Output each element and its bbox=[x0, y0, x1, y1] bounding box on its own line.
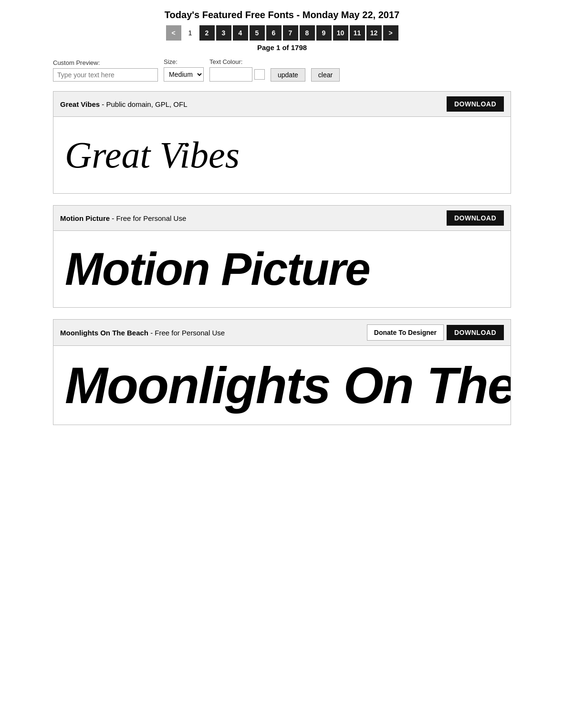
page-5-button[interactable]: 5 bbox=[250, 25, 265, 41]
size-group: Size: Medium Small Large bbox=[164, 58, 204, 82]
font-card-motion-picture: Motion Picture - Free for Personal Use D… bbox=[53, 205, 511, 308]
page-3-button[interactable]: 3 bbox=[216, 25, 231, 41]
font-card-header-great-vibes: Great Vibes - Public domain, GPL, OFL DO… bbox=[53, 92, 511, 117]
custom-preview-input[interactable] bbox=[53, 68, 158, 82]
font-title-motion-picture: Motion Picture - Free for Personal Use bbox=[60, 214, 186, 222]
font-title-moonlights: Moonlights On The Beach - Free for Perso… bbox=[60, 329, 225, 337]
page-2-button[interactable]: 2 bbox=[199, 25, 215, 41]
size-select[interactable]: Medium Small Large bbox=[164, 67, 204, 82]
font-name-motion-picture: Motion Picture bbox=[60, 214, 110, 222]
clear-button[interactable]: clear bbox=[311, 68, 340, 82]
color-swatch[interactable] bbox=[254, 69, 265, 80]
page-4-button[interactable]: 4 bbox=[233, 25, 248, 41]
prev-page-button[interactable]: < bbox=[166, 25, 181, 41]
next-page-button[interactable]: > bbox=[383, 25, 398, 41]
donate-button-moonlights[interactable]: Donate To Designer bbox=[367, 324, 444, 341]
font-card-great-vibes: Great Vibes - Public domain, GPL, OFL DO… bbox=[53, 91, 511, 194]
font-card-header-motion-picture: Motion Picture - Free for Personal Use D… bbox=[53, 206, 511, 231]
font-preview-great-vibes: Great Vibes bbox=[53, 117, 511, 193]
font-name-moonlights: Moonlights On The Beach bbox=[60, 329, 148, 337]
page-6-button[interactable]: 6 bbox=[266, 25, 282, 41]
font-actions-motion-picture: DOWNLOAD bbox=[447, 210, 504, 226]
size-label: Size: bbox=[164, 58, 204, 65]
page-info: Page 1 of 1798 bbox=[53, 43, 511, 52]
font-license-moonlights: - Free for Personal Use bbox=[150, 329, 225, 337]
text-colour-group: Text Colour: bbox=[209, 58, 265, 82]
font-license-motion-picture: - Free for Personal Use bbox=[112, 214, 186, 222]
font-actions-moonlights: Donate To Designer DOWNLOAD bbox=[367, 324, 504, 341]
page-9-button[interactable]: 9 bbox=[316, 25, 332, 41]
font-card-moonlights: Moonlights On The Beach - Free for Perso… bbox=[53, 319, 511, 425]
page-11-button[interactable]: 11 bbox=[350, 25, 365, 41]
color-text-input[interactable] bbox=[209, 67, 252, 82]
font-preview-text-motion-picture: Motion Picture bbox=[65, 243, 370, 295]
font-preview-text-great-vibes: Great Vibes bbox=[65, 134, 240, 177]
page-title: Today's Featured Free Fonts - Monday May… bbox=[53, 10, 511, 21]
controls-bar: Custom Preview: Size: Medium Small Large… bbox=[53, 58, 511, 82]
download-button-moonlights[interactable]: DOWNLOAD bbox=[447, 325, 504, 340]
download-button-great-vibes[interactable]: DOWNLOAD bbox=[447, 96, 504, 112]
font-card-header-moonlights: Moonlights On The Beach - Free for Perso… bbox=[53, 320, 511, 346]
pagination: < 1 2 3 4 5 6 7 8 9 10 11 12 > bbox=[53, 25, 511, 41]
page-1: 1 bbox=[183, 25, 198, 41]
custom-preview-group: Custom Preview: bbox=[53, 59, 158, 82]
font-preview-moonlights: Moonlights On The bbox=[53, 346, 511, 425]
page-8-button[interactable]: 8 bbox=[300, 25, 315, 41]
page-12-button[interactable]: 12 bbox=[366, 25, 382, 41]
font-preview-motion-picture: Motion Picture bbox=[53, 231, 511, 307]
font-preview-text-moonlights: Moonlights On The bbox=[65, 355, 511, 415]
text-colour-label: Text Colour: bbox=[209, 58, 265, 65]
font-title-great-vibes: Great Vibes - Public domain, GPL, OFL bbox=[60, 100, 188, 108]
font-name-great-vibes: Great Vibes bbox=[60, 100, 100, 108]
font-license-great-vibes: - Public domain, GPL, OFL bbox=[102, 100, 187, 108]
custom-preview-label: Custom Preview: bbox=[53, 59, 158, 66]
page-10-button[interactable]: 10 bbox=[333, 25, 348, 41]
download-button-motion-picture[interactable]: DOWNLOAD bbox=[447, 210, 504, 226]
color-input-group bbox=[209, 67, 265, 82]
font-actions-great-vibes: DOWNLOAD bbox=[447, 96, 504, 112]
page-7-button[interactable]: 7 bbox=[283, 25, 298, 41]
update-button[interactable]: update bbox=[271, 68, 305, 82]
